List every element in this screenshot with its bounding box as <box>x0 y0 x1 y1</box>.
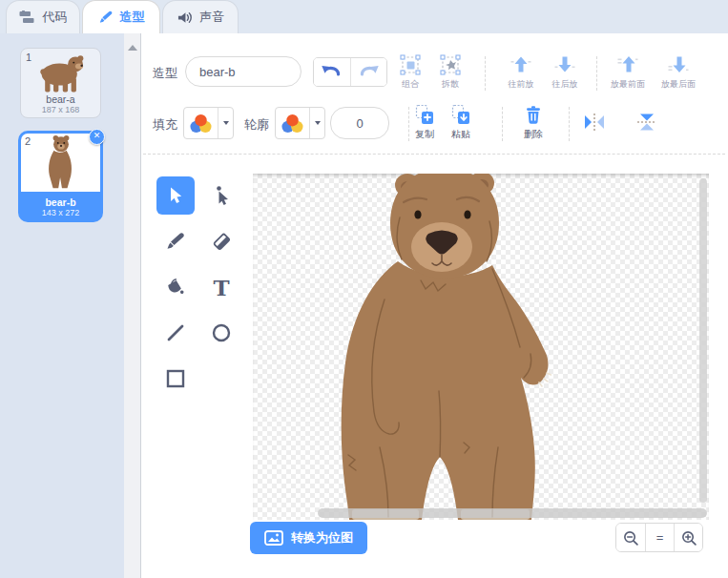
costume-size: 143 x 272 <box>18 208 103 217</box>
ungroup-button[interactable]: 拆散 <box>429 54 471 91</box>
tab-costumes-label: 造型 <box>120 9 145 26</box>
tab-costumes[interactable]: 造型 <box>82 0 160 33</box>
zoom-in-button[interactable] <box>674 524 702 551</box>
redo-icon <box>358 64 380 80</box>
outline-label: 轮廓 <box>244 116 269 134</box>
undo-redo-group <box>313 57 387 87</box>
tool-eraser[interactable] <box>202 222 240 260</box>
flip-vertical-icon <box>635 112 658 133</box>
divider <box>596 56 597 91</box>
divider <box>569 107 570 141</box>
bring-to-front-button[interactable]: 放最前面 <box>603 54 653 91</box>
paint-canvas[interactable] <box>253 174 709 520</box>
backward-arrow-icon <box>554 54 575 75</box>
fill-color-picker[interactable] <box>183 107 234 139</box>
send-backward-label: 往后放 <box>552 78 578 91</box>
copy-button[interactable]: 复制 <box>405 104 445 141</box>
undo-button[interactable] <box>314 58 350 86</box>
flip-horizontal-button[interactable] <box>580 112 609 133</box>
scratch-costume-editor: 代码 造型 声音 1 <box>0 0 728 578</box>
delete-label: 删除 <box>524 128 543 141</box>
costume-item-bear-b-selected[interactable]: 2 ✕ bear-b <box>18 131 103 222</box>
group-icon <box>400 54 421 75</box>
costume-size: 187 x 168 <box>21 105 100 114</box>
bring-forward-button[interactable]: 往前放 <box>498 54 544 91</box>
tool-circle[interactable] <box>202 314 240 352</box>
convert-to-bitmap-button[interactable]: 转换为位图 <box>250 522 367 554</box>
chevron-down-icon <box>315 121 321 125</box>
brush-tool-icon <box>165 231 186 252</box>
zoom-reset-button[interactable]: = <box>645 524 674 551</box>
back-arrow-icon <box>668 54 689 75</box>
convert-to-bitmap-label: 转换为位图 <box>291 529 353 547</box>
fill-dropdown[interactable] <box>218 108 233 138</box>
group-button[interactable]: 组合 <box>389 54 431 91</box>
tool-text[interactable]: T <box>202 268 240 306</box>
tool-fill[interactable] <box>156 268 195 306</box>
divider <box>502 107 503 141</box>
reshape-icon <box>211 185 232 206</box>
fill-label: 填充 <box>153 116 177 134</box>
send-to-back-label: 放最后面 <box>661 78 696 91</box>
costume-name-label: 造型 <box>153 65 177 82</box>
zoom-out-icon <box>622 529 639 547</box>
bear-b-thumb-image <box>41 134 81 190</box>
tool-select[interactable] <box>156 176 195 215</box>
bitmap-image-icon <box>264 530 283 546</box>
flip-horizontal-icon <box>582 112 607 133</box>
toolbar-divider <box>143 154 725 155</box>
delete-costume-button[interactable]: ✕ <box>89 129 105 145</box>
costume-name: bear-b <box>18 196 103 208</box>
eraser-icon <box>211 231 232 252</box>
tool-rectangle[interactable] <box>156 360 195 398</box>
costume-name-input[interactable] <box>185 56 302 87</box>
bring-forward-label: 往前放 <box>509 78 534 91</box>
select-cursor-icon <box>166 186 185 205</box>
canvas-vertical-scrollbar[interactable] <box>699 178 707 503</box>
tab-code-label: 代码 <box>43 9 68 26</box>
scroll-up-icon[interactable] <box>128 45 137 51</box>
zoom-reset-label: = <box>656 530 664 545</box>
copy-label: 复制 <box>415 128 434 141</box>
canvas-horizontal-scrollbar[interactable] <box>318 508 707 518</box>
tab-bar: 代码 造型 声音 <box>0 0 728 33</box>
paste-label: 粘贴 <box>451 128 470 141</box>
flip-vertical-button[interactable] <box>633 112 661 133</box>
rectangle-tool-icon <box>165 368 186 389</box>
code-blocks-icon <box>19 10 36 25</box>
zoom-out-button[interactable] <box>616 524 645 551</box>
zoom-controls: = <box>615 523 703 552</box>
costume-list-scrollbar[interactable] <box>124 33 141 578</box>
paste-icon <box>450 104 471 125</box>
outline-dropdown[interactable] <box>309 108 324 138</box>
costume-thumbnail-bear-b <box>21 134 100 194</box>
outline-color-picker[interactable] <box>275 107 325 139</box>
ungroup-icon <box>440 54 461 75</box>
bear-b-costume-image <box>253 174 709 520</box>
fill-color-swatch <box>184 113 218 134</box>
send-to-back-button[interactable]: 放最后面 <box>653 54 704 91</box>
group-label: 组合 <box>402 78 419 91</box>
speaker-icon <box>177 10 193 25</box>
tab-sounds[interactable]: 声音 <box>162 0 239 33</box>
fill-bucket-icon <box>165 277 186 298</box>
ungroup-label: 拆散 <box>442 78 459 91</box>
text-tool-icon: T <box>213 277 229 299</box>
forward-arrow-icon <box>510 54 531 75</box>
zoom-in-icon <box>680 529 697 547</box>
line-tool-icon <box>165 322 186 343</box>
outline-color-swatch <box>276 113 309 134</box>
bring-to-front-label: 放最前面 <box>611 78 645 91</box>
tool-line[interactable] <box>156 314 195 352</box>
bear-a-thumb-image <box>31 52 92 96</box>
send-backward-button[interactable]: 往后放 <box>542 54 588 91</box>
redo-button[interactable] <box>350 58 387 86</box>
costume-item-bear-a[interactable]: 1 bear-a 187 x 168 <box>20 48 101 118</box>
tool-brush[interactable] <box>156 222 195 260</box>
stroke-width-input[interactable] <box>330 107 389 139</box>
tab-code[interactable]: 代码 <box>6 0 80 33</box>
tool-reshape[interactable] <box>202 176 240 215</box>
delete-button[interactable]: 删除 <box>513 104 553 141</box>
paste-button[interactable]: 粘贴 <box>441 104 481 141</box>
copy-icon <box>414 104 435 125</box>
